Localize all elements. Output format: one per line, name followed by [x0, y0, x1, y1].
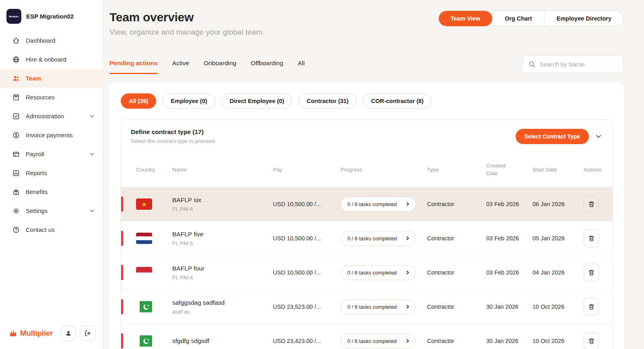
logout-button[interactable] — [80, 326, 95, 341]
view-segment-team-view[interactable]: Team View — [439, 11, 493, 26]
multiplier-logo: Multiplier — [9, 329, 53, 338]
page-header: Team overview View, organize and manage … — [109, 10, 624, 37]
sidebar-nav: Dashboard Hire & onboard Team Resources … — [0, 31, 103, 239]
progress-button[interactable]: 0 / 6 tasks completed — [341, 334, 416, 349]
attention-indicator — [121, 231, 123, 246]
tab-offboarding[interactable]: Offboarding — [251, 60, 283, 74]
tab-active[interactable]: Active — [172, 60, 189, 74]
workspace-logo: Multiplier — [6, 9, 21, 24]
chevron-right-icon — [405, 202, 410, 207]
created-date: 30 Jan 2026 — [486, 338, 533, 344]
sidebar-item-label: Contact us — [26, 226, 95, 233]
table-row[interactable]: ★ safggsdag sadfasdasdf as USD 23,523.00… — [121, 289, 612, 324]
delete-button[interactable] — [584, 298, 599, 316]
column-header-type: Type — [427, 166, 486, 174]
sidebar-item-invoice-payments[interactable]: Invoice payments — [0, 126, 103, 145]
workspace-logo-text: Multiplier — [9, 15, 19, 18]
contract-type-card: Define contract type (17) Select the con… — [121, 119, 613, 349]
filter-chip-contractor[interactable]: Contractor (31) — [299, 93, 357, 109]
svg-text:★: ★ — [141, 201, 147, 208]
progress-button[interactable]: 0 / 6 tasks completed — [341, 197, 416, 212]
start-date: 06 Jan 2026 — [533, 201, 579, 207]
table-row[interactable]: BAFLP fourFL PM-4 USD 10,500.00 /... 0 /… — [121, 255, 612, 289]
start-date: 05 Jan 2026 — [533, 235, 579, 242]
sidebar-footer: Multiplier — [0, 319, 103, 349]
sidebar-item-team[interactable]: Team — [0, 69, 103, 88]
search-input[interactable] — [540, 61, 618, 68]
collapse-chevron-icon[interactable] — [594, 132, 603, 140]
attention-indicator — [121, 265, 123, 280]
table-row[interactable]: ★ BAFLP sixFL PM-6 USD 10,500.00 /... 0 … — [121, 187, 612, 221]
filter-chips: All (39) Employee (0) Direct Employee (0… — [121, 93, 613, 109]
sidebar-item-reports[interactable]: Reports — [0, 163, 103, 182]
chevron-right-icon — [405, 304, 410, 309]
sidebar-item-label: Invoice payments — [26, 132, 95, 138]
employee-role: FL PM-5 — [172, 240, 273, 246]
filter-chip-direct-employee[interactable]: Direct Employee (0) — [222, 93, 292, 109]
table-row[interactable]: ★ sfgdfg sdgsdf USD 23,423.00 /... 0 / 6… — [121, 324, 612, 349]
trash-icon — [588, 269, 595, 276]
chevron-right-icon — [405, 339, 410, 343]
chevron-right-icon — [405, 270, 410, 275]
filter-chip-employee[interactable]: Employee (0) — [163, 93, 215, 109]
sidebar-item-administration[interactable]: Administration — [0, 107, 103, 126]
sidebar-item-contact-us[interactable]: Contact us — [0, 220, 103, 239]
column-header-actions: Actions — [579, 166, 609, 174]
reports-icon — [12, 169, 20, 177]
trash-icon — [588, 338, 595, 345]
progress-button[interactable]: 0 / 6 tasks completed — [341, 265, 416, 280]
view-switcher: Team View Org Chart Employee Directory — [438, 10, 624, 27]
trash-icon — [588, 304, 595, 310]
svg-text:★: ★ — [147, 304, 150, 307]
pending-table: Country Name Pay Progress Type Created D… — [121, 153, 612, 349]
delete-button[interactable] — [584, 332, 599, 349]
progress-button[interactable]: 0 / 6 tasks completed — [341, 231, 416, 246]
card-actions: Select Contract Type — [516, 129, 603, 144]
profile-button[interactable] — [61, 326, 76, 341]
tab-onboarding[interactable]: Onboarding — [204, 60, 236, 74]
sidebar-item-label: Reports — [26, 169, 95, 176]
workspace-switcher[interactable]: Multiplier ESP Migration02 — [0, 0, 103, 31]
sidebar-item-payroll[interactable]: Payroll — [0, 145, 103, 163]
table-row[interactable]: BAFLP fiveFL PM-5 USD 10,500.00 /... 0 /… — [121, 221, 612, 255]
type-value: Contractor — [427, 269, 486, 276]
filter-chip-all[interactable]: All (39) — [121, 93, 156, 109]
view-segment-employee-directory[interactable]: Employee Directory — [544, 11, 623, 26]
chevron-right-icon — [405, 236, 410, 241]
type-value: Contractor — [427, 235, 486, 242]
select-contract-type-button[interactable]: Select Contract Type — [516, 129, 589, 144]
sidebar-item-label: Resources — [26, 94, 95, 101]
delete-button[interactable] — [584, 195, 599, 213]
flag-indonesia-icon — [136, 267, 152, 278]
progress-button[interactable]: 0 / 6 tasks completed — [341, 299, 416, 314]
sidebar-item-benefits[interactable]: Benefits — [0, 182, 103, 201]
sidebar-item-label: Team — [26, 75, 95, 82]
pay-value: USD 10,500.00 /... — [273, 235, 341, 242]
card-subtitle: Select the contract type to proceed. — [131, 138, 216, 144]
sidebar-item-dashboard[interactable]: Dashboard — [0, 31, 103, 50]
sidebar: Multiplier ESP Migration02 Dashboard Hir… — [0, 0, 103, 349]
sidebar-item-resources[interactable]: Resources — [0, 88, 103, 107]
view-segment-org-chart[interactable]: Org Chart — [492, 11, 544, 26]
type-value: Contractor — [427, 201, 486, 207]
employee-name: safggsdag sadfasd — [172, 299, 273, 306]
tab-bar: Pending actions Active Onboarding Offboa… — [109, 60, 305, 74]
flag-netherlands-icon — [136, 233, 152, 244]
type-value: Contractor — [427, 304, 486, 310]
workspace-name: ESP Migration02 — [26, 13, 74, 20]
filter-chip-cor-contractor[interactable]: COR-contractor (8) — [363, 93, 432, 109]
created-date: 30 Jan 2026 — [486, 304, 533, 310]
delete-button[interactable] — [584, 229, 599, 247]
sidebar-item-settings[interactable]: Settings — [0, 201, 103, 220]
tab-all[interactable]: All — [298, 60, 305, 74]
card-heading: Define contract type (17) Select the con… — [131, 128, 216, 144]
delete-button[interactable] — [584, 264, 599, 281]
start-date: 04 Jan 2026 — [533, 269, 579, 276]
tab-pending-actions[interactable]: Pending actions — [109, 60, 158, 74]
search-icon — [528, 60, 536, 68]
employee-name: BAFLP five — [172, 231, 273, 238]
sidebar-item-hire-onboard[interactable]: Hire & onboard — [0, 50, 103, 69]
sidebar-item-label: Dashboard — [26, 37, 95, 44]
chevron-down-icon — [89, 113, 95, 120]
benefits-icon — [12, 188, 20, 196]
